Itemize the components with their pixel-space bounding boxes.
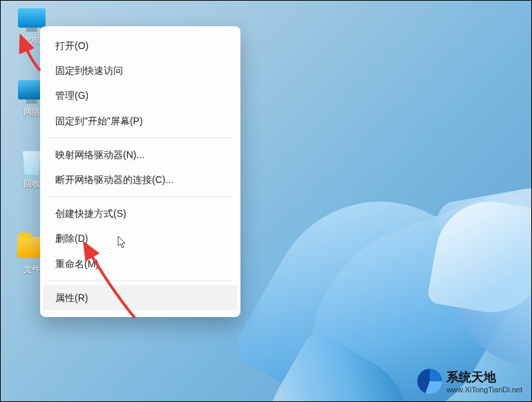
context-menu: 打开(O)固定到快速访问管理(G)固定到"开始"屏幕(P)映射网络驱动器(N).… bbox=[40, 26, 240, 317]
context-menu-separator bbox=[50, 137, 231, 138]
context-menu-item[interactable]: 固定到"开始"屏幕(P) bbox=[43, 108, 238, 133]
context-menu-item[interactable]: 固定到快速访问 bbox=[43, 58, 238, 83]
context-menu-item[interactable]: 创建快捷方式(S) bbox=[43, 201, 238, 226]
watermark-logo-icon bbox=[417, 369, 442, 394]
context-menu-item[interactable]: 删除(D) bbox=[43, 226, 238, 251]
desktop-icon-label: 网络 bbox=[23, 106, 40, 118]
watermark-title: 系统天地 bbox=[446, 369, 522, 385]
watermark: 系统天地 www.XiTongTianDi.net bbox=[415, 367, 525, 395]
context-menu-item[interactable]: 重命名(M) bbox=[43, 251, 238, 276]
watermark-url: www.XiTongTianDi.net bbox=[446, 385, 522, 394]
context-menu-separator bbox=[50, 280, 231, 281]
context-menu-item[interactable]: 断开网络驱动器的连接(C)... bbox=[43, 167, 238, 192]
context-menu-separator bbox=[50, 196, 231, 197]
desktop-icon-label: 此电 bbox=[23, 35, 40, 46]
context-menu-item[interactable]: 映射网络驱动器(N)... bbox=[43, 142, 238, 167]
context-menu-item[interactable]: 属性(R) bbox=[43, 285, 238, 310]
desktop-icon-label: 文件 bbox=[23, 264, 40, 276]
desktop-icon-label: 回收 bbox=[23, 178, 40, 190]
context-menu-item[interactable]: 管理(G) bbox=[43, 83, 238, 108]
context-menu-item[interactable]: 打开(O) bbox=[43, 33, 238, 58]
